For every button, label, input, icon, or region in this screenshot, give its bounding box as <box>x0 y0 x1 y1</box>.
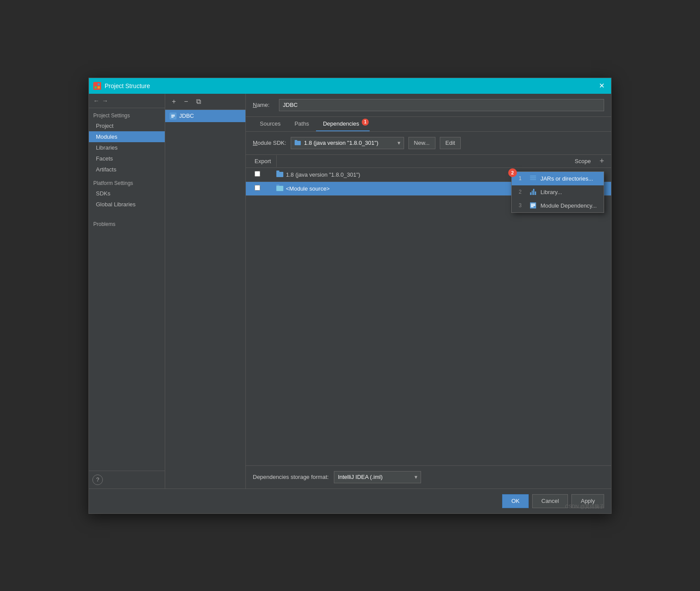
svg-rect-11 <box>531 204 535 205</box>
svg-rect-13 <box>531 206 533 207</box>
deps-table-area: Export Scope + 1.8 (ja <box>246 155 611 465</box>
svg-rect-7 <box>171 117 173 118</box>
sdk-select-wrapper: 1.8 (java version "1.8.0_301") ▾ <box>291 137 404 149</box>
dropdown-menu: 2 1 JARs or directories... 2 <box>511 171 604 213</box>
svg-rect-6 <box>171 116 175 116</box>
module-dep-icon <box>530 202 536 208</box>
sdk-select[interactable]: 1.8 (java version "1.8.0_301") <box>291 137 404 149</box>
title-bar-left: Project Structure <box>93 82 150 90</box>
tab-sources[interactable]: Sources <box>253 117 288 131</box>
ok-button[interactable]: OK <box>502 494 529 508</box>
module-toolbar: + − ⧉ <box>165 94 245 110</box>
platform-settings-label: Platform Settings <box>89 175 165 188</box>
sdk-label: Module SDK: <box>253 140 286 146</box>
table-header: Export Scope + <box>246 155 611 168</box>
dep-format-label: Dependencies storage format: <box>253 474 329 480</box>
sidebar-bottom: ? <box>89 471 165 489</box>
cancel-button[interactable]: Cancel <box>532 494 568 508</box>
tabs-row: Sources Paths Dependencies 1 <box>246 117 611 132</box>
tab-paths[interactable]: Paths <box>288 117 316 131</box>
add-dependency-button[interactable]: + <box>596 155 608 167</box>
project-settings-label: Project Settings <box>89 108 165 120</box>
project-structure-dialog: Project Structure ✕ ← → Project Settings… <box>88 78 612 514</box>
dep-format-select[interactable]: IntelliJ IDEA (.iml) Eclipse (.classpath… <box>334 471 421 483</box>
add-module-button[interactable]: + <box>169 96 179 107</box>
dropdown-badge: 2 <box>508 168 517 177</box>
app-icon <box>93 82 101 90</box>
row-checkbox[interactable] <box>249 171 271 178</box>
sidebar-item-global-libraries[interactable]: Global Libraries <box>89 199 165 210</box>
library-icon <box>530 189 536 195</box>
help-button[interactable]: ? <box>92 475 103 485</box>
tab-dependencies[interactable]: Dependencies 1 <box>316 117 370 131</box>
dropdown-num-2: 2 <box>519 189 526 195</box>
name-label: Name: <box>253 102 275 108</box>
dropdown-item-jars[interactable]: 1 JARs or directories... <box>512 172 604 185</box>
export-checkbox-module[interactable] <box>255 185 260 191</box>
problems-label: Problems <box>89 217 165 229</box>
jars-icon <box>530 175 536 181</box>
svg-rect-8 <box>295 141 301 145</box>
name-input[interactable] <box>279 99 604 111</box>
window-title: Project Structure <box>105 82 150 89</box>
bottom-area: Dependencies storage format: IntelliJ ID… <box>246 465 611 489</box>
close-button[interactable]: ✕ <box>596 81 607 91</box>
sidebar-item-project[interactable]: Project <box>89 120 165 131</box>
new-sdk-button[interactable]: New... <box>408 137 435 149</box>
sdk-row: Module SDK: 1.8 (java version "1.8.0_301… <box>246 132 611 155</box>
sidebar-item-facets[interactable]: Facets <box>89 153 165 164</box>
svg-rect-9 <box>295 140 297 141</box>
module-icon <box>170 113 177 120</box>
remove-module-button[interactable]: − <box>181 96 191 107</box>
copy-module-button[interactable]: ⧉ <box>193 96 204 107</box>
dialog-footer: OK Cancel Apply CSDN @莫得脑子 <box>89 489 611 513</box>
sidebar-item-modules[interactable]: Modules <box>89 131 165 142</box>
row-checkbox-module[interactable] <box>249 185 271 192</box>
content-area: Name: Sources Paths Dependencies 1 <box>246 94 611 489</box>
svg-rect-3 <box>98 86 100 89</box>
svg-rect-2 <box>95 86 97 89</box>
dropdown-label-module-dep: Module Dependency... <box>540 202 597 209</box>
scope-col-header: Scope <box>570 155 596 167</box>
edit-sdk-button[interactable]: Edit <box>440 137 461 149</box>
svg-rect-5 <box>171 115 175 116</box>
export-col-header: Export <box>249 155 277 167</box>
folder-icon-module <box>276 186 283 191</box>
sidebar: ← → Project Settings Project Modules Lib… <box>89 94 165 489</box>
forward-arrow[interactable]: → <box>102 97 108 104</box>
export-checkbox-sdk[interactable] <box>255 171 260 177</box>
dropdown-label-library: Library... <box>540 189 562 195</box>
module-name: JDBC <box>179 113 194 119</box>
dropdown-label-jars: JARs or directories... <box>540 175 593 182</box>
folder-icon <box>276 172 283 177</box>
svg-rect-1 <box>98 83 100 85</box>
title-bar: Project Structure ✕ <box>89 78 611 94</box>
main-panel: Name: Sources Paths Dependencies 1 <box>246 94 611 489</box>
dropdown-num-3: 3 <box>519 202 526 208</box>
back-arrow[interactable]: ← <box>93 97 99 104</box>
sidebar-item-libraries[interactable]: Libraries <box>89 142 165 153</box>
dropdown-num-1: 1 <box>519 175 526 181</box>
dropdown-item-module-dep[interactable]: 3 Module Dependency... <box>512 199 604 212</box>
watermark: CSDN @莫得脑子 <box>565 503 604 510</box>
dialog-content-row: + − ⧉ JDBC <box>165 94 611 489</box>
svg-rect-0 <box>95 83 97 85</box>
sidebar-item-artifacts[interactable]: Artifacts <box>89 164 165 175</box>
svg-rect-12 <box>531 205 535 206</box>
dialog-body: ← → Project Settings Project Modules Lib… <box>89 94 611 489</box>
name-col-header <box>277 158 570 164</box>
sidebar-nav: ← → <box>89 94 165 108</box>
dep-format-select-wrapper: IntelliJ IDEA (.iml) Eclipse (.classpath… <box>334 471 421 483</box>
module-item-jdbc[interactable]: JDBC <box>165 110 245 122</box>
dropdown-item-library[interactable]: 2 Library... <box>512 185 604 199</box>
dependencies-badge: 1 <box>362 119 369 126</box>
name-row: Name: <box>246 94 611 117</box>
sidebar-item-sdks[interactable]: SDKs <box>89 188 165 199</box>
module-list-panel: + − ⧉ JDBC <box>165 94 246 489</box>
